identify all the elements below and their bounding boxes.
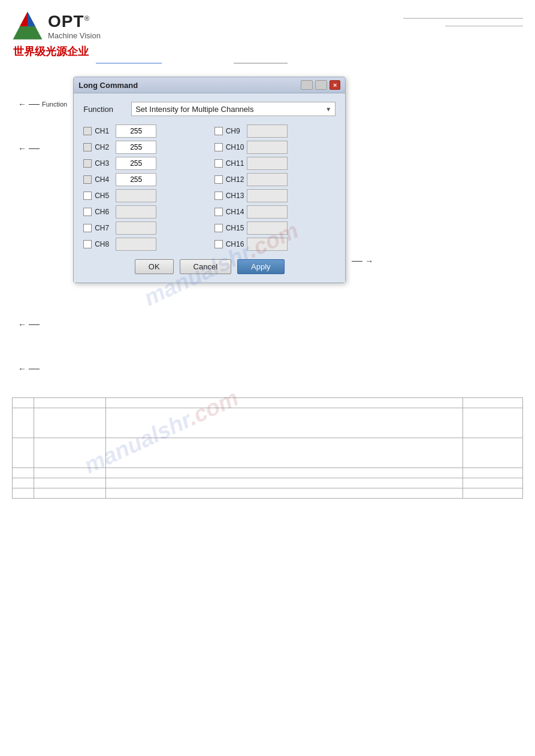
ch1-input[interactable] — [116, 125, 156, 138]
table-cell — [463, 398, 523, 408]
ch6-checkbox[interactable] — [83, 208, 92, 216]
ch9-checkbox[interactable] — [214, 127, 223, 135]
logo-row: OPT® Machine Vision — [12, 11, 523, 42]
logo-text: OPT® Machine Vision — [48, 13, 101, 40]
arrow-ch1: ← — [18, 144, 67, 153]
dialog-buttons: OK Cancel Apply — [83, 259, 335, 277]
ch10-input[interactable] — [247, 141, 288, 154]
table-cell — [34, 408, 106, 438]
table-cell — [106, 438, 463, 468]
table-row — [13, 438, 523, 468]
table-cell — [106, 488, 463, 499]
ch10-checkbox[interactable] — [214, 143, 223, 151]
table-cell — [463, 438, 523, 468]
dialog-close-button[interactable]: × — [330, 80, 340, 90]
dialog-titlebar: Long Command × — [74, 77, 345, 93]
ch5-input[interactable] — [116, 189, 156, 202]
function-row: Function Set Intensity for Multiple Chan… — [83, 102, 335, 116]
link-row — [96, 55, 288, 63]
channel-row-ch3: CH3 — [83, 157, 205, 170]
table-cell — [106, 478, 463, 488]
cancel-button[interactable]: Cancel — [180, 259, 231, 274]
table-cell — [463, 468, 523, 478]
link-underline-1 — [96, 55, 162, 63]
table-row — [13, 488, 523, 499]
link-underline-2 — [234, 55, 288, 63]
table-cell — [463, 478, 523, 488]
channel-row-ch12: CH12 — [214, 173, 336, 186]
top-line-1 — [403, 18, 523, 19]
ch11-input[interactable] — [247, 157, 288, 170]
ch16-label: CH16 — [226, 240, 244, 248]
ch9-input[interactable] — [247, 125, 288, 138]
long-command-dialog: Long Command × Function Set Intensity fo… — [73, 77, 346, 283]
ch10-label: CH10 — [226, 143, 244, 151]
ch14-input[interactable] — [247, 205, 288, 218]
ch7-input[interactable] — [116, 221, 156, 235]
dialog-minimize-btn[interactable] — [301, 80, 313, 90]
table-cell — [463, 488, 523, 499]
channels-col-right: CH9 CH10 CH11 — [214, 125, 336, 251]
ch7-checkbox[interactable] — [83, 224, 92, 232]
ch1-label: CH1 — [95, 127, 113, 135]
table-cell — [34, 488, 106, 499]
dialog-maximize-btn[interactable] — [315, 80, 327, 90]
table-row — [13, 408, 523, 438]
arrow-left-icon-3: ← — [18, 320, 26, 329]
ch14-checkbox[interactable] — [214, 208, 223, 216]
channel-row-ch6: CH6 — [83, 205, 205, 218]
ch12-checkbox[interactable] — [214, 175, 223, 184]
ch11-checkbox[interactable] — [214, 159, 223, 168]
table-row — [13, 478, 523, 488]
ch2-checkbox[interactable] — [83, 143, 92, 151]
channel-row-ch15: CH15 — [214, 221, 336, 235]
ch6-input[interactable] — [116, 205, 156, 218]
channel-row-ch2: CH2 — [83, 141, 205, 154]
ch14-label: CH14 — [226, 208, 244, 216]
ch15-checkbox[interactable] — [214, 224, 223, 232]
dialog-body: Function Set Intensity for Multiple Chan… — [74, 93, 345, 283]
table-cell — [106, 398, 463, 408]
svg-marker-2 — [28, 12, 35, 26]
logo-icon — [12, 11, 43, 42]
apply-button[interactable]: Apply — [237, 259, 285, 274]
arrow-bottom: ← — [18, 364, 67, 374]
dropdown-arrow-icon: ▼ — [325, 106, 331, 113]
ch8-checkbox[interactable] — [83, 240, 92, 248]
table-cell — [34, 468, 106, 478]
channel-row-ch14: CH14 — [214, 205, 336, 218]
arrow-left-icon-2: ← — [18, 144, 26, 153]
function-label: Function — [83, 105, 125, 114]
dialog-title: Long Command — [78, 81, 138, 90]
channel-row-ch8: CH8 — [83, 238, 205, 251]
channel-row-ch7: CH7 — [83, 221, 205, 235]
ch13-label: CH13 — [226, 192, 244, 200]
arrow-left-icon-4: ← — [18, 364, 26, 374]
ch1-checkbox[interactable] — [83, 127, 92, 135]
function-dropdown[interactable]: Set Intensity for Multiple Channels ▼ — [131, 102, 335, 116]
ch13-input[interactable] — [247, 189, 288, 202]
ch4-label: CH4 — [95, 175, 113, 184]
table-cell — [13, 488, 34, 499]
ch3-input[interactable] — [116, 157, 156, 170]
dialog-wrapper: ← Function ← ← ← Long Command — [0, 77, 535, 374]
ch4-checkbox[interactable] — [83, 175, 92, 184]
arrow-left-icon-1: ← — [18, 99, 26, 109]
ch4-input[interactable] — [116, 173, 156, 186]
top-line-2 — [445, 26, 523, 26]
logo-machine-vision: Machine Vision — [48, 31, 101, 40]
ch15-input[interactable] — [247, 221, 288, 235]
ch16-checkbox[interactable] — [214, 240, 223, 248]
ch16-input[interactable] — [247, 238, 288, 251]
table-cell — [34, 438, 106, 468]
ch12-input[interactable] — [247, 173, 288, 186]
ch5-checkbox[interactable] — [83, 192, 92, 200]
ch3-checkbox[interactable] — [83, 159, 92, 168]
ch2-input[interactable] — [116, 141, 156, 154]
table-row — [13, 468, 523, 478]
ch8-input[interactable] — [116, 238, 156, 251]
channel-row-ch11: CH11 — [214, 157, 336, 170]
ch13-checkbox[interactable] — [214, 192, 223, 200]
ok-button[interactable]: OK — [135, 259, 174, 274]
ch5-label: CH5 — [95, 192, 113, 200]
